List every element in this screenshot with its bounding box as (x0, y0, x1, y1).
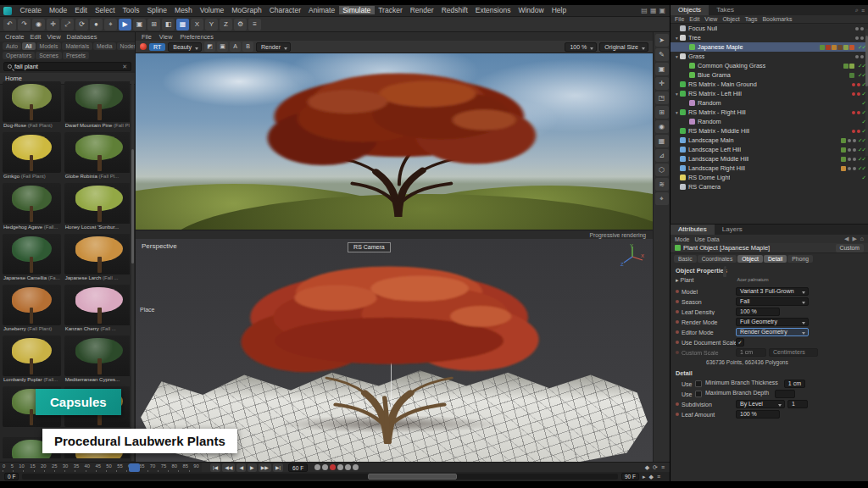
visibility-dots[interactable] (855, 55, 864, 58)
asset-filter-tab[interactable]: All (22, 42, 36, 50)
objects-menu-item[interactable]: Object (722, 16, 739, 22)
record-toggle-icon[interactable] (330, 464, 336, 470)
attribute-control[interactable]: By Level (736, 400, 785, 408)
asset-plant-item-hedgehog-agave[interactable]: Hedgehog Agave (Fall... (2, 182, 62, 231)
menu-item[interactable]: Create (16, 6, 46, 14)
current-frame-field[interactable]: 60 F (288, 463, 308, 472)
toolbar-icon-lock-y[interactable]: Y (205, 19, 218, 30)
enabled-check[interactable]: ✓✓ (858, 156, 865, 163)
visibility-dots[interactable] (852, 83, 860, 86)
detail-attribute-row[interactable]: Use Minimum Branch Thickness 1 cm (670, 379, 868, 389)
axis-gizmo[interactable]: X Y Z (619, 243, 646, 270)
asset-plant-item-dog-rose[interactable]: Dog-Rose (Fall Plant) (2, 80, 62, 130)
range-start-field[interactable]: 0 F (4, 473, 19, 480)
renderview-icon[interactable]: ◩ (204, 42, 215, 52)
record-toggle-icon[interactable] (345, 464, 351, 470)
transport-button[interactable]: ▶ (248, 463, 257, 472)
object-row[interactable]: Blue Grama ✓✓ (670, 70, 868, 80)
custom-button[interactable]: Custom (836, 244, 864, 252)
param-tab[interactable]: Phong (787, 255, 813, 263)
menu-item[interactable]: Select (91, 6, 119, 14)
menu-item[interactable]: Spline (143, 6, 171, 14)
asset-search-input[interactable] (14, 63, 120, 70)
objects-panel-tab[interactable]: Objects (670, 5, 709, 15)
toolbar-icon-rotate[interactable]: ⟳ (75, 19, 88, 30)
mode-palette-icon[interactable]: ▣ (655, 63, 669, 75)
keyframe-dot-icon[interactable] (676, 310, 679, 313)
visibility-dots[interactable] (852, 130, 860, 133)
layout-icon[interactable]: ▣ (659, 7, 665, 14)
menu-item[interactable]: Volume (196, 6, 227, 14)
menu-item[interactable]: Simulate (339, 6, 375, 14)
asset-filter-tab2[interactable]: Scenes (36, 52, 62, 59)
checkbox[interactable] (695, 380, 702, 387)
mode-palette-icon[interactable]: ➤ (655, 34, 669, 47)
attribute-control-2[interactable]: 1 (787, 400, 808, 408)
objects-header-icon[interactable]: ≡ (861, 8, 865, 14)
record-toggle-icon[interactable] (337, 464, 343, 470)
renderview-menu-item[interactable]: File (142, 33, 152, 41)
object-row[interactable]: RS Camera (670, 182, 868, 191)
attributes-menu-item[interactable]: Use Data (695, 236, 720, 242)
detail-attribute-row[interactable]: Use Maximum Branch Depth (670, 389, 868, 399)
texture-chips[interactable] (841, 157, 846, 162)
render-dropdown[interactable]: Render (256, 42, 291, 52)
attribute-row[interactable]: Season Fall (670, 297, 868, 307)
clear-search-icon[interactable]: ✕ (122, 64, 127, 70)
param-tab[interactable]: Detail (764, 255, 787, 263)
attribute-control[interactable]: ✓ (736, 338, 744, 347)
visibility-dots[interactable] (855, 36, 864, 40)
rt-toggle-button[interactable]: RT (149, 43, 165, 51)
asset-menu-item[interactable]: Databases (67, 33, 97, 41)
enabled-check[interactable]: ✓✓ (858, 44, 865, 51)
toolbar-icon-coordinate-system[interactable]: ⌖ (104, 19, 117, 30)
toolbar-icon-render-view[interactable]: ▶ (119, 19, 131, 30)
menu-item[interactable]: Render (406, 6, 437, 14)
object-row[interactable]: Random ✓ (670, 117, 868, 126)
expand-arrow-icon[interactable]: ▾ (674, 110, 680, 115)
expand-arrow-icon[interactable]: ▾ (674, 92, 680, 97)
record-toggle-icon[interactable] (322, 464, 328, 470)
keyframe-dot-icon[interactable] (676, 351, 679, 354)
attribute-control[interactable]: 100 % (736, 410, 780, 419)
toolbar-icon-render-settings[interactable]: ▣ (133, 19, 146, 30)
toolbar-icon-scale[interactable]: ⤢ (61, 19, 74, 30)
visibility-dots[interactable] (855, 27, 864, 30)
object-row[interactable]: Japanese Maple ✓✓ (670, 42, 868, 52)
param-tab[interactable]: Object (737, 255, 763, 263)
object-row[interactable]: Landscape Middle Hill ✓✓ (670, 154, 868, 164)
detail-section-heading[interactable]: Detail (670, 367, 868, 379)
texture-chips[interactable] (849, 73, 854, 78)
object-row[interactable]: RS Dome Light ✓ (670, 173, 868, 182)
attribute-row[interactable]: Model Variant 3 Full-Grown (670, 286, 868, 297)
expand-arrow-icon[interactable]: ▾ (674, 36, 680, 41)
toolbar-icon-lock-x[interactable]: X (191, 19, 203, 30)
toolbar-icon-add-primitive[interactable]: ⊞ (147, 19, 160, 30)
enabled-check[interactable]: ✓✓ (858, 63, 865, 69)
attribute-control-2[interactable] (775, 390, 795, 398)
enabled-check[interactable]: ✓✓ (858, 147, 865, 153)
object-row[interactable]: ▾ RS Matrix - Right Hill ✓ (670, 108, 868, 117)
toolbar-icon-move[interactable]: ✛ (47, 19, 59, 30)
toolbar-icon-live-selection[interactable]: ◉ (32, 19, 45, 30)
param-tab[interactable]: Coordinates (698, 255, 737, 263)
asset-plant-item-japanese-larch[interactable]: Japanese Larch (Fall ... (64, 233, 130, 282)
keyframe-dot-icon[interactable] (676, 320, 679, 324)
menu-item[interactable]: Character (265, 6, 304, 14)
asset-filter-tab[interactable]: Media (93, 42, 116, 50)
asset-plant-item-honey-locust-sunbur[interactable]: Honey Locust 'Sunbur... (64, 182, 130, 231)
attribute-control-2[interactable]: 1 cm (784, 380, 805, 388)
object-row[interactable]: ▾ Grass (670, 52, 868, 61)
timeline-right-icon[interactable]: ⟳ (653, 464, 658, 471)
attributes-panel-tab[interactable]: Attributes (670, 225, 715, 235)
menu-item[interactable]: Tools (119, 6, 143, 14)
keyframe-dot-icon[interactable] (676, 402, 679, 406)
mode-palette-icon[interactable]: ◉ (655, 120, 669, 133)
asset-filter-tab2[interactable]: Presets (63, 52, 89, 59)
attribute-control[interactable]: Variant 3 Full-Grown (736, 287, 809, 296)
attributes-nav-icon[interactable]: ▶ (852, 236, 856, 242)
attribute-control[interactable]: Minimum Branch Thickness (705, 380, 782, 388)
asset-filter-tab2[interactable]: Operators (3, 52, 35, 59)
transport-button[interactable]: ◀◀ (222, 463, 235, 472)
asset-plant-item-lombardy-poplar[interactable]: Lombardy Poplar (Fall... (2, 335, 62, 384)
